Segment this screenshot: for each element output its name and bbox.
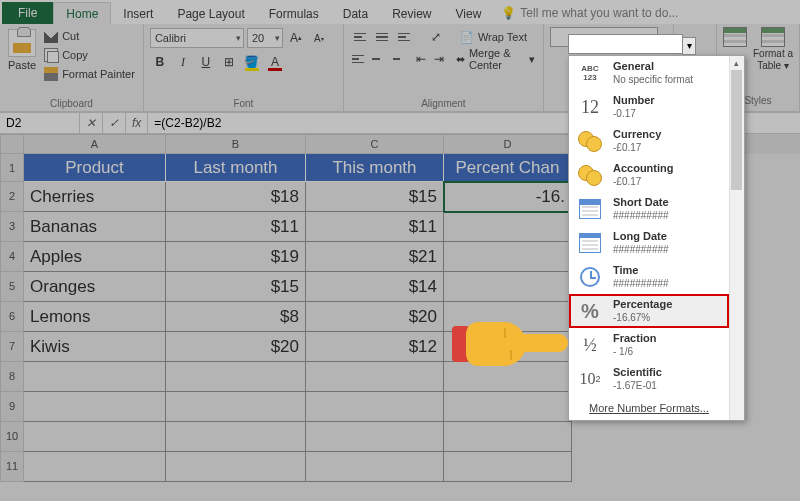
cell-c5[interactable]: $14	[306, 272, 444, 302]
font-color-button[interactable]: A	[265, 52, 285, 72]
cell-b8[interactable]	[166, 362, 306, 392]
cell-b3[interactable]: $11	[166, 212, 306, 242]
more-number-formats-link[interactable]: More Number Formats...	[569, 396, 729, 420]
borders-button[interactable]: ⊞	[219, 52, 239, 72]
align-left-button[interactable]	[350, 49, 366, 69]
scroll-thumb[interactable]	[731, 70, 742, 190]
cell-a3[interactable]: Bananas	[24, 212, 166, 242]
cell-b1[interactable]: Last month	[166, 154, 306, 182]
italic-button[interactable]: I	[173, 52, 193, 72]
cell-b11[interactable]	[166, 452, 306, 482]
increase-indent-button[interactable]: ⇥	[431, 49, 447, 69]
bold-button[interactable]: B	[150, 52, 170, 72]
cell-a7[interactable]: Kiwis	[24, 332, 166, 362]
format-option-short-date[interactable]: Short Date##########	[569, 192, 729, 226]
cut-button[interactable]: Cut	[42, 27, 137, 45]
align-center-button[interactable]	[368, 49, 384, 69]
paste-button[interactable]: Paste	[6, 27, 38, 98]
cell-d8[interactable]	[444, 362, 572, 392]
wrap-text-button[interactable]: 📄 Wrap Text	[458, 29, 529, 46]
row-header-7[interactable]: 7	[0, 332, 24, 362]
cell-c4[interactable]: $21	[306, 242, 444, 272]
tab-view[interactable]: View	[444, 3, 494, 24]
col-header-a[interactable]: A	[24, 134, 166, 154]
format-option-long-date[interactable]: Long Date##########	[569, 226, 729, 260]
merge-center-button[interactable]: ⬌ Merge & Center ▾	[454, 45, 537, 73]
tab-file[interactable]: File	[2, 2, 53, 24]
format-painter-button[interactable]: Format Painter	[42, 65, 137, 83]
cell-c6[interactable]: $20	[306, 302, 444, 332]
tab-formulas[interactable]: Formulas	[257, 3, 331, 24]
cell-d3[interactable]	[444, 212, 572, 242]
row-header-1[interactable]: 1	[0, 154, 24, 182]
fill-color-button[interactable]: 🪣	[242, 52, 262, 72]
cell-b10[interactable]	[166, 422, 306, 452]
format-option-fraction[interactable]: ½ Fraction- 1/6	[569, 328, 729, 362]
format-option-accounting[interactable]: Accounting-£0.17	[569, 158, 729, 192]
row-header-4[interactable]: 4	[0, 242, 24, 272]
fx-button[interactable]: fx	[126, 113, 148, 133]
cell-b9[interactable]	[166, 392, 306, 422]
cell-d1[interactable]: Percent Chan	[444, 154, 572, 182]
format-option-general[interactable]: ABC123 GeneralNo specific format	[569, 56, 729, 90]
cell-a8[interactable]	[24, 362, 166, 392]
cell-d10[interactable]	[444, 422, 572, 452]
format-option-number[interactable]: 12 Number-0.17	[569, 90, 729, 124]
cell-a2[interactable]: Cherries	[24, 182, 166, 212]
cell-c10[interactable]	[306, 422, 444, 452]
col-header-d[interactable]: D	[444, 134, 572, 154]
cell-a1[interactable]: Product	[24, 154, 166, 182]
name-box[interactable]: D2	[0, 113, 80, 133]
align-bottom-button[interactable]	[394, 27, 414, 47]
align-top-button[interactable]	[350, 27, 370, 47]
cell-a11[interactable]	[24, 452, 166, 482]
align-right-button[interactable]	[386, 49, 402, 69]
row-header-8[interactable]: 8	[0, 362, 24, 392]
cell-c1[interactable]: This month	[306, 154, 444, 182]
tab-insert[interactable]: Insert	[111, 3, 165, 24]
cell-b2[interactable]: $18	[166, 182, 306, 212]
align-middle-button[interactable]	[372, 27, 392, 47]
cell-d4[interactable]	[444, 242, 572, 272]
cell-a10[interactable]	[24, 422, 166, 452]
decrease-indent-button[interactable]: ⇤	[413, 49, 429, 69]
select-all-corner[interactable]	[0, 134, 24, 154]
cell-d11[interactable]	[444, 452, 572, 482]
font-name-combo[interactable]: Calibri	[150, 28, 244, 48]
cell-c3[interactable]: $11	[306, 212, 444, 242]
orientation-button[interactable]: ⤢	[426, 27, 446, 47]
font-size-combo[interactable]: 20	[247, 28, 283, 48]
cell-c11[interactable]	[306, 452, 444, 482]
row-header-11[interactable]: 11	[0, 452, 24, 482]
row-header-2[interactable]: 2	[0, 182, 24, 212]
increase-font-button[interactable]: A▴	[286, 28, 306, 48]
cell-c2[interactable]: $15	[306, 182, 444, 212]
tab-data[interactable]: Data	[331, 3, 380, 24]
underline-button[interactable]: U	[196, 52, 216, 72]
tab-review[interactable]: Review	[380, 3, 443, 24]
cell-a6[interactable]: Lemons	[24, 302, 166, 332]
cell-b5[interactable]: $15	[166, 272, 306, 302]
row-header-6[interactable]: 6	[0, 302, 24, 332]
cell-c8[interactable]	[306, 362, 444, 392]
cell-c9[interactable]	[306, 392, 444, 422]
row-header-9[interactable]: 9	[0, 392, 24, 422]
decrease-font-button[interactable]: A▾	[309, 28, 329, 48]
cell-b6[interactable]: $8	[166, 302, 306, 332]
tell-me[interactable]: 💡 Tell me what you want to do...	[493, 2, 686, 24]
format-option-currency[interactable]: Currency-£0.17	[569, 124, 729, 158]
col-header-c[interactable]: C	[306, 134, 444, 154]
row-header-5[interactable]: 5	[0, 272, 24, 302]
cell-b7[interactable]: $20	[166, 332, 306, 362]
format-option-percentage[interactable]: % Percentage-16.67%	[569, 294, 729, 328]
cell-d9[interactable]	[444, 392, 572, 422]
format-as-table-button[interactable]: Format a Table ▾	[753, 27, 793, 71]
row-header-3[interactable]: 3	[0, 212, 24, 242]
scroll-up-icon[interactable]: ▴	[729, 56, 744, 70]
format-option-time[interactable]: Time##########	[569, 260, 729, 294]
format-option-scientific[interactable]: 102 Scientific-1.67E-01	[569, 362, 729, 396]
dropdown-scrollbar[interactable]: ▴	[729, 56, 744, 420]
row-header-10[interactable]: 10	[0, 422, 24, 452]
number-format-selected-box[interactable]	[568, 34, 683, 54]
cell-d5[interactable]	[444, 272, 572, 302]
